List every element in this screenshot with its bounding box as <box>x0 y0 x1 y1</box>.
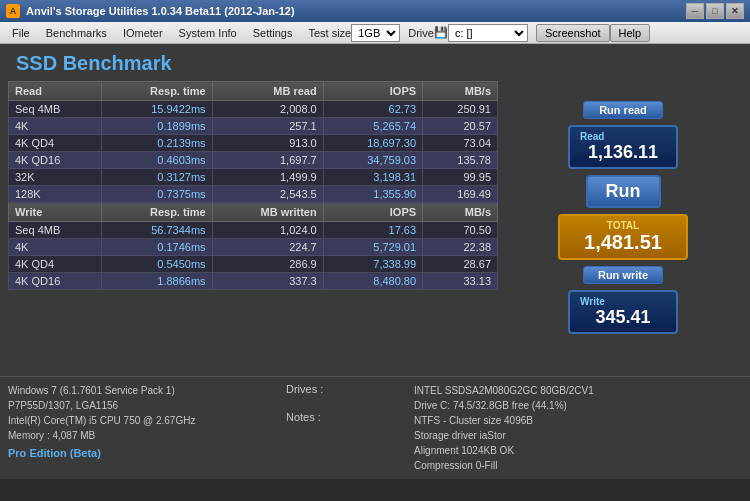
storage-capacity: Drive C: 74.5/32.8GB free (44.1%) <box>414 398 742 413</box>
read-label: 32K <box>9 169 102 186</box>
write-header-iops: IOPS <box>323 203 422 222</box>
write-label: 4K QD16 <box>9 273 102 290</box>
col-resp-time: Resp. time <box>102 82 212 101</box>
window-controls: ─ □ ✕ <box>686 3 744 19</box>
read-label: 128K <box>9 186 102 203</box>
read-table-row: 32K 0.3127ms 1,499.9 3,198.31 99.95 <box>9 169 498 186</box>
write-mbs: 33.13 <box>423 273 498 290</box>
read-table-row: 4K QD4 0.2139ms 913.0 18,697.30 73.04 <box>9 135 498 152</box>
window-title: Anvil's Storage Utilities 1.0.34 Beta11 … <box>26 5 686 17</box>
bench-table: Read Resp. time MB read IOPS MB/s Seq 4M… <box>8 81 498 374</box>
write-header-resp: Resp. time <box>102 203 212 222</box>
read-mb: 257.1 <box>212 118 323 135</box>
read-resp: 0.3127ms <box>102 169 212 186</box>
read-label: 4K <box>9 118 102 135</box>
total-score-value: 1,481.51 <box>570 231 676 254</box>
sys-cpu: Intel(R) Core(TM) i5 CPU 750 @ 2.67GHz <box>8 413 278 428</box>
write-mbs: 70.50 <box>423 222 498 239</box>
test-size-label: Test size <box>308 27 351 39</box>
run-button[interactable]: Run <box>586 175 661 208</box>
storage-alignment: Alignment 1024KB OK <box>414 443 742 458</box>
write-score-box: Write 345.41 <box>568 290 678 334</box>
read-table-row: 4K 0.1899ms 257.1 5,265.74 20.57 <box>9 118 498 135</box>
maximize-button[interactable]: □ <box>706 3 724 19</box>
write-resp: 0.1746ms <box>102 239 212 256</box>
menu-iometer[interactable]: IOmeter <box>115 25 171 41</box>
col-mbs: MB/s <box>423 82 498 101</box>
read-resp: 15.9422ms <box>102 101 212 118</box>
drives-notes-panel: Drives : Notes : <box>286 383 406 473</box>
write-label: Seq 4MB <box>9 222 102 239</box>
drives-label: Drives : <box>286 383 406 395</box>
col-iops: IOPS <box>323 82 422 101</box>
read-iops: 3,198.31 <box>323 169 422 186</box>
page-title: SSD Benchmark <box>16 52 172 74</box>
storage-fs: NTFS - Cluster size 4096B <box>414 413 742 428</box>
read-mb: 2,543.5 <box>212 186 323 203</box>
write-iops: 8,480.80 <box>323 273 422 290</box>
read-mbs: 169.49 <box>423 186 498 203</box>
write-resp: 1.8866ms <box>102 273 212 290</box>
ssd-header: SSD Benchmark <box>0 44 750 79</box>
menu-bar: File Benchmarks IOmeter System Info Sett… <box>0 22 750 44</box>
table-area: Read Resp. time MB read IOPS MB/s Seq 4M… <box>0 79 750 376</box>
read-label: 4K QD16 <box>9 152 102 169</box>
read-iops: 1,355.90 <box>323 186 422 203</box>
menu-settings[interactable]: Settings <box>245 25 301 41</box>
drive-label: Drive <box>408 27 434 39</box>
read-score-box: Read 1,136.11 <box>568 125 678 169</box>
read-mbs: 73.04 <box>423 135 498 152</box>
read-mb: 913.0 <box>212 135 323 152</box>
drive-icon: 💾 <box>434 26 448 39</box>
read-score-label: Read <box>580 131 666 142</box>
read-mbs: 135.78 <box>423 152 498 169</box>
read-mb: 2,008.0 <box>212 101 323 118</box>
pro-edition-label: Pro Edition (Beta) <box>8 445 278 462</box>
main-content: SSD Benchmark Read Resp. time MB read IO… <box>0 44 750 479</box>
write-label: 4K QD4 <box>9 256 102 273</box>
write-iops: 17.63 <box>323 222 422 239</box>
read-label: Seq 4MB <box>9 101 102 118</box>
read-iops: 5,265.74 <box>323 118 422 135</box>
run-write-button[interactable]: Run write <box>583 266 663 284</box>
read-table-row: 128K 0.7375ms 2,543.5 1,355.90 169.49 <box>9 186 498 203</box>
write-mb: 1,024.0 <box>212 222 323 239</box>
notes-label: Notes : <box>286 411 406 423</box>
read-table: Read Resp. time MB read IOPS MB/s Seq 4M… <box>8 81 498 290</box>
run-read-button[interactable]: Run read <box>583 101 663 119</box>
system-info: Windows 7 (6.1.7601 Service Pack 1) P7P5… <box>8 383 278 473</box>
title-bar: A Anvil's Storage Utilities 1.0.34 Beta1… <box>0 0 750 22</box>
read-score-value: 1,136.11 <box>580 142 666 163</box>
menu-benchmarks[interactable]: Benchmarks <box>38 25 115 41</box>
minimize-button[interactable]: ─ <box>686 3 704 19</box>
total-score-label: TOTAL <box>570 220 676 231</box>
write-mb: 286.9 <box>212 256 323 273</box>
write-resp: 56.7344ms <box>102 222 212 239</box>
write-mbs: 28.67 <box>423 256 498 273</box>
help-button[interactable]: Help <box>610 24 651 42</box>
write-score-value: 345.41 <box>580 307 666 328</box>
read-resp: 0.1899ms <box>102 118 212 135</box>
write-header-label: Write <box>9 203 102 222</box>
storage-info: INTEL SSDSA2M080G2GC 80GB/2CV1 Drive C: … <box>414 383 742 473</box>
col-mb-read: MB read <box>212 82 323 101</box>
menu-file[interactable]: File <box>4 25 38 41</box>
read-resp: 0.4603ms <box>102 152 212 169</box>
write-table-row: 4K 0.1746ms 224.7 5,729.01 22.38 <box>9 239 498 256</box>
right-panel: Run read Read 1,136.11 Run TOTAL 1,481.5… <box>504 81 742 374</box>
read-resp: 0.2139ms <box>102 135 212 152</box>
write-table-row: 4K QD4 0.5450ms 286.9 7,338.99 28.67 <box>9 256 498 273</box>
menu-system-info[interactable]: System Info <box>171 25 245 41</box>
sys-board: P7P55D/1307, LGA1156 <box>8 398 278 413</box>
storage-model: INTEL SSDSA2M080G2GC 80GB/2CV1 <box>414 383 742 398</box>
close-button[interactable]: ✕ <box>726 3 744 19</box>
write-score-label: Write <box>580 296 666 307</box>
test-size-select[interactable]: 1GB 4GB <box>351 24 400 42</box>
screenshot-button[interactable]: Screenshot <box>536 24 610 42</box>
write-iops: 5,729.01 <box>323 239 422 256</box>
write-resp: 0.5450ms <box>102 256 212 273</box>
drive-select[interactable]: c: [] <box>448 24 528 42</box>
read-table-row: 4K QD16 0.4603ms 1,697.7 34,759.03 135.7… <box>9 152 498 169</box>
read-label: 4K QD4 <box>9 135 102 152</box>
read-mb: 1,499.9 <box>212 169 323 186</box>
